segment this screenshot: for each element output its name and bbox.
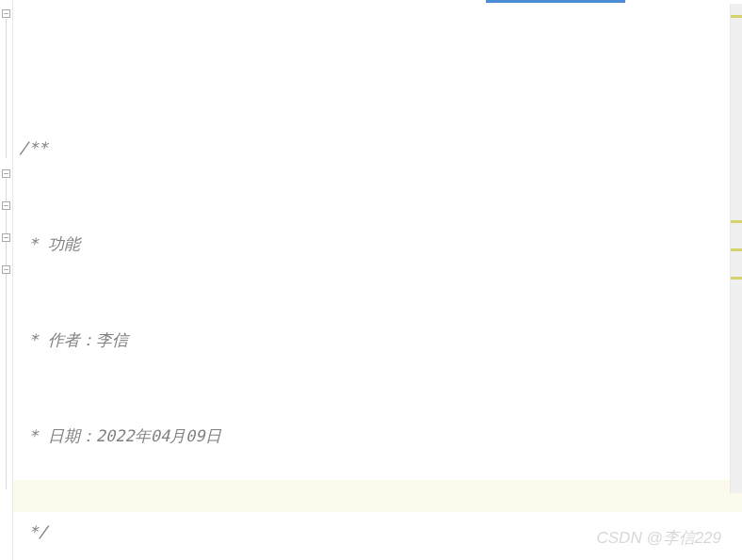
comment-text: * 作者：李信 (19, 330, 128, 349)
code-line[interactable]: * 作者：李信 (19, 324, 742, 356)
scroll-marker (731, 277, 742, 280)
watermark: CSDN @李信229 (596, 527, 721, 549)
code-line[interactable]: * 功能 (19, 228, 742, 260)
code-editor[interactable]: − − − − − /** * 功能 * 作者：李信 * 日期：2022年04月… (0, 0, 742, 560)
comment-text: /** (19, 138, 48, 157)
fold-toggle[interactable]: − (2, 9, 10, 18)
fold-toggle[interactable]: − (2, 169, 10, 178)
fold-line (6, 19, 7, 158)
code-line[interactable]: /** (19, 132, 742, 164)
scroll-marker (731, 220, 742, 223)
gutter[interactable]: − − − − − (0, 0, 13, 560)
code-line[interactable]: * 日期：2022年04月09日 (19, 420, 742, 452)
fold-line (6, 179, 7, 489)
comment-text: * 日期：2022年04月09日 (19, 426, 221, 445)
comment-text: */ (19, 522, 48, 541)
fold-toggle[interactable]: − (2, 233, 10, 242)
comment-text: * 功能 (19, 234, 80, 253)
code-area[interactable]: /** * 功能 * 作者：李信 * 日期：2022年04月09日 */ pub… (13, 0, 742, 560)
scroll-marker (731, 248, 742, 251)
fold-toggle[interactable]: − (2, 265, 10, 274)
fold-toggle[interactable]: − (2, 201, 10, 210)
vertical-scrollbar[interactable] (730, 4, 742, 493)
current-line-highlight (13, 480, 742, 512)
scroll-marker (731, 15, 742, 18)
